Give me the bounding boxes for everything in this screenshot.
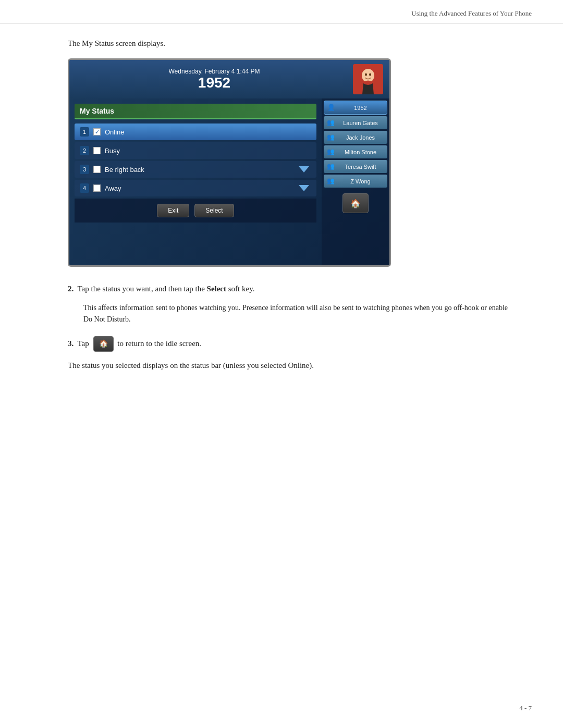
contact-name-milton: Milton Stone (337, 149, 384, 155)
my-status-bar: My Status (75, 104, 316, 119)
status-checkbox-3 (93, 166, 101, 173)
phone-topbar: Wednesday, February 4 1:44 PM 1952 (69, 60, 389, 98)
main-content: The My Status screen displays. Wednesday… (0, 23, 563, 400)
contact-name-zwong: Z Wong (337, 178, 384, 184)
svg-point-2 (365, 73, 367, 76)
user-avatar (353, 64, 383, 94)
status-num-2: 2 (80, 146, 89, 155)
contact-icon-3: 👥 (327, 133, 335, 141)
contact-icon-1: 👤 (327, 104, 335, 112)
status-num-3: 3 (80, 165, 89, 174)
phone-softkeys: Exit Select (75, 199, 316, 223)
step-2-text: 2. Tap the status you want, and then tap… (68, 282, 511, 295)
phone-datetime: Wednesday, February 4 1:44 PM 1952 (76, 68, 353, 91)
status-label-busy: Busy (105, 147, 311, 155)
svg-point-1 (362, 69, 374, 82)
contact-btn-jack[interactable]: 👥 Jack Jones (324, 131, 387, 144)
intro-text: The My Status screen displays. (68, 39, 511, 48)
home-button-area: 🏠 (324, 189, 387, 217)
phone-screen: Wednesday, February 4 1:44 PM 1952 (68, 58, 391, 267)
exit-button[interactable]: Exit (157, 204, 189, 217)
status-checkbox-4 (93, 184, 101, 192)
status-checkbox-2 (93, 147, 101, 154)
contact-icon-4: 👥 (327, 148, 335, 156)
extension-display: 1952 (76, 75, 353, 91)
down-arrow-2 (299, 185, 309, 191)
contact-icon-5: 👥 (327, 163, 335, 170)
contact-icon-2: 👥 (327, 119, 335, 127)
status-option-away[interactable]: 4 Away (75, 180, 316, 196)
contact-btn-lauren[interactable]: 👥 Lauren Gates (324, 116, 387, 129)
contact-name-lauren: Lauren Gates (337, 120, 384, 126)
home-inline-button[interactable]: 🏠 (93, 336, 114, 352)
step-3-text: 3. Tap 🏠 to return to the idle screen. (68, 336, 511, 352)
status-option-online[interactable]: 1 Online (75, 124, 316, 140)
status-option-be-right-back[interactable]: 3 Be right back (75, 161, 316, 178)
down-arrow-1 (299, 166, 309, 172)
status-checkbox-1 (93, 128, 101, 135)
chapter-title: Using the Advanced Features of Your Phon… (411, 9, 532, 17)
page-header: Using the Advanced Features of Your Phon… (0, 0, 563, 23)
contact-name-jack: Jack Jones (337, 134, 384, 141)
status-option-busy[interactable]: 2 Busy (75, 142, 316, 159)
status-label-away: Away (105, 184, 299, 192)
contact-name-teresa: Teresa Swift (337, 164, 384, 170)
phone-right-panel: 👤 1952 👥 Lauren Gates 👥 Jack Jones 👥 Mil… (322, 98, 389, 265)
status-label-brb: Be right back (105, 166, 299, 174)
contact-btn-zwong[interactable]: 👥 Z Wong (324, 175, 387, 188)
contact-btn-milton[interactable]: 👥 Milton Stone (324, 145, 387, 158)
phone-body: My Status 1 Online 2 Busy 3 (69, 98, 389, 265)
status-num-4: 4 (80, 183, 89, 193)
select-bold: Select (207, 285, 226, 293)
my-status-label: My Status (80, 107, 114, 115)
footer-note: The status you selected displays on the … (68, 359, 511, 372)
svg-point-3 (369, 73, 371, 76)
step-2-detail: This affects information sent to phones … (68, 302, 511, 326)
datetime-text: Wednesday, February 4 1:44 PM (169, 68, 260, 75)
step-3-num: 3. (68, 339, 74, 347)
contact-icon-6: 👥 (327, 177, 335, 185)
home-button[interactable]: 🏠 (342, 193, 369, 213)
step-2-num: 2. (68, 285, 74, 293)
phone-left-panel: My Status 1 Online 2 Busy 3 (69, 98, 322, 265)
status-num-1: 1 (80, 127, 89, 137)
status-label-online: Online (105, 128, 311, 136)
contact-btn-teresa[interactable]: 👥 Teresa Swift (324, 160, 387, 173)
contact-btn-1952[interactable]: 👤 1952 (324, 101, 387, 115)
page-number: 4 - 7 (519, 704, 532, 712)
select-button[interactable]: Select (194, 204, 234, 217)
contact-name-1952: 1952 (337, 105, 384, 111)
